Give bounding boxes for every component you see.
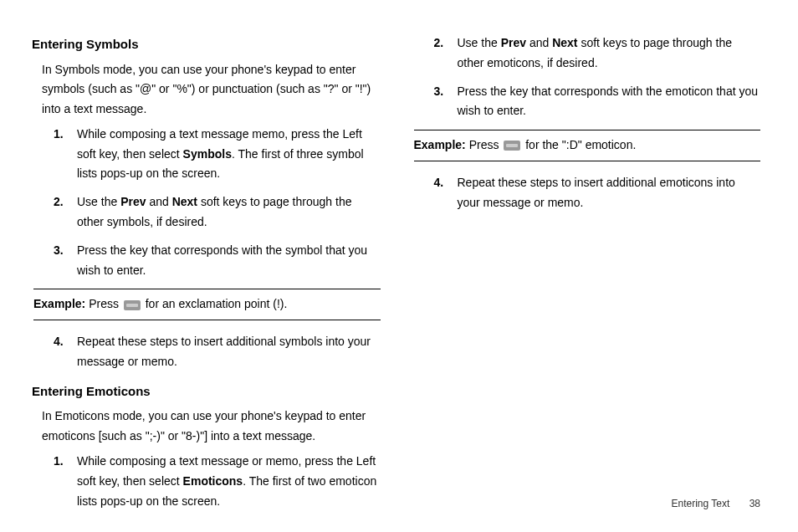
text-fragment: and: [146, 195, 172, 208]
step-number: 2.: [54, 192, 77, 233]
left-column: Entering Symbols In Symbols mode, you ca…: [33, 33, 381, 519]
step-text: Press the key that corresponds with the …: [458, 82, 761, 122]
example-post: for the ":D" emoticon.: [522, 138, 636, 151]
heading-entering-emoticons: Entering Emoticons: [32, 381, 381, 402]
step-text: While composing a text message or memo, …: [77, 452, 381, 511]
bold-text: Prev: [120, 195, 146, 208]
step-text: Use the Prev and Next soft keys to page …: [458, 33, 761, 74]
symbols-step-4: 4. Repeat these steps to insert addition…: [54, 332, 381, 372]
symbols-step-1: 1. While composing a text message memo, …: [54, 125, 381, 184]
bold-text: Next: [172, 195, 197, 208]
text-fragment: Use the: [458, 36, 501, 49]
example-post: for an exclamation point (!).: [142, 297, 288, 310]
symbols-step-3: 3. Press the key that corresponds with t…: [54, 241, 381, 281]
emoticons-intro: In Emoticons mode, you can use your phon…: [42, 407, 381, 447]
page-footer: Entering Text 38: [671, 495, 760, 512]
keypad-key-icon: [124, 300, 141, 310]
emoticons-step-2: 2. Use the Prev and Next soft keys to pa…: [434, 33, 761, 74]
step-text: Press the key that corresponds with the …: [77, 241, 381, 281]
step-text: Repeat these steps to insert additional …: [458, 173, 761, 213]
heading-entering-symbols: Entering Symbols: [32, 33, 381, 55]
example-pre: Press: [466, 138, 503, 151]
page-number: 38: [749, 498, 760, 509]
step-text: Repeat these steps to insert additional …: [77, 332, 381, 372]
symbols-intro: In Symbols mode, you can use your phone'…: [42, 60, 381, 120]
step-number: 4.: [434, 173, 458, 213]
emoticons-step-4: 4. Repeat these steps to insert addition…: [434, 173, 761, 213]
bold-text: Symbols: [183, 147, 232, 161]
example-box-symbols: Example: Press for an exclamation point …: [33, 289, 381, 320]
emoticons-step-1: 1. While composing a text message or mem…: [54, 452, 381, 511]
bold-text: Emoticons: [183, 474, 243, 488]
example-label: Example:: [33, 297, 85, 310]
step-number: 2.: [434, 33, 458, 74]
example-pre: Press: [85, 297, 122, 310]
step-number: 1.: [54, 452, 77, 511]
symbols-step-2: 2. Use the Prev and Next soft keys to pa…: [54, 192, 381, 233]
step-number: 1.: [54, 125, 77, 184]
emoticons-step-3: 3. Press the key that corresponds with t…: [434, 82, 761, 122]
two-column-layout: Entering Symbols In Symbols mode, you ca…: [33, 33, 760, 519]
step-number: 3.: [54, 241, 77, 281]
right-column: 2. Use the Prev and Next soft keys to pa…: [414, 33, 761, 519]
step-number: 4.: [54, 332, 77, 372]
text-fragment: Use the: [77, 195, 120, 208]
step-text: Use the Prev and Next soft keys to page …: [77, 192, 381, 233]
step-number: 3.: [434, 82, 458, 122]
footer-section-name: Entering Text: [671, 498, 729, 509]
keypad-key-icon: [504, 141, 520, 151]
bold-text: Next: [552, 36, 577, 49]
example-box-emoticons: Example: Press for the ":D" emoticon.: [414, 130, 761, 161]
bold-text: Prev: [501, 36, 526, 49]
example-label: Example:: [414, 138, 466, 151]
text-fragment: and: [526, 36, 552, 49]
step-text: While composing a text message memo, pre…: [77, 125, 381, 184]
